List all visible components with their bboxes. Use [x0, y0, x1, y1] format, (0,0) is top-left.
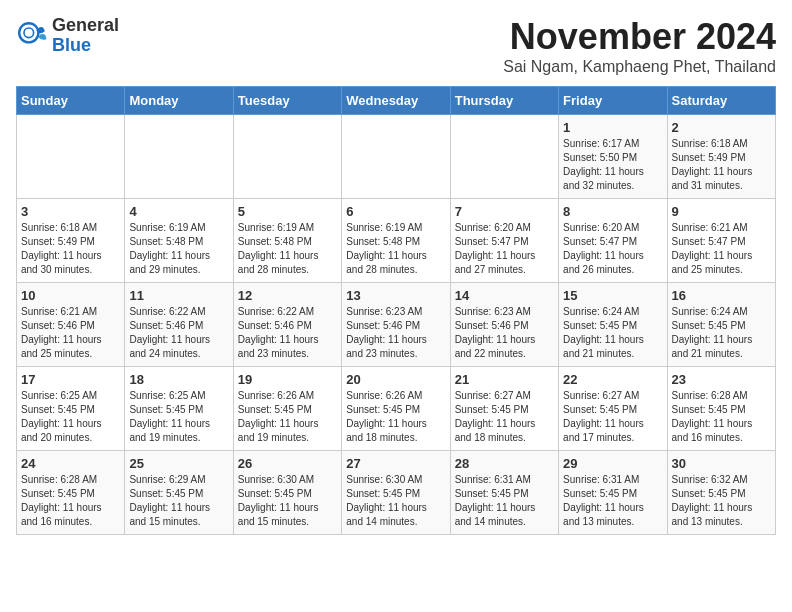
- calendar-cell: 27Sunrise: 6:30 AM Sunset: 5:45 PM Dayli…: [342, 451, 450, 535]
- calendar-cell: 14Sunrise: 6:23 AM Sunset: 5:46 PM Dayli…: [450, 283, 558, 367]
- day-number: 11: [129, 288, 228, 303]
- logo-icon: [16, 20, 48, 52]
- day-number: 4: [129, 204, 228, 219]
- calendar-cell: 2Sunrise: 6:18 AM Sunset: 5:49 PM Daylig…: [667, 115, 775, 199]
- day-info: Sunrise: 6:21 AM Sunset: 5:46 PM Dayligh…: [21, 305, 120, 361]
- calendar-week-2: 3Sunrise: 6:18 AM Sunset: 5:49 PM Daylig…: [17, 199, 776, 283]
- day-info: Sunrise: 6:24 AM Sunset: 5:45 PM Dayligh…: [563, 305, 662, 361]
- calendar-cell: 9Sunrise: 6:21 AM Sunset: 5:47 PM Daylig…: [667, 199, 775, 283]
- logo-text: General Blue: [52, 16, 119, 56]
- day-number: 13: [346, 288, 445, 303]
- page-title: November 2024: [503, 16, 776, 58]
- calendar-cell: [17, 115, 125, 199]
- weekday-header-saturday: Saturday: [667, 87, 775, 115]
- day-info: Sunrise: 6:30 AM Sunset: 5:45 PM Dayligh…: [346, 473, 445, 529]
- calendar-cell: 6Sunrise: 6:19 AM Sunset: 5:48 PM Daylig…: [342, 199, 450, 283]
- day-info: Sunrise: 6:28 AM Sunset: 5:45 PM Dayligh…: [21, 473, 120, 529]
- calendar-cell: 25Sunrise: 6:29 AM Sunset: 5:45 PM Dayli…: [125, 451, 233, 535]
- calendar-cell: 8Sunrise: 6:20 AM Sunset: 5:47 PM Daylig…: [559, 199, 667, 283]
- day-number: 5: [238, 204, 337, 219]
- calendar-cell: 5Sunrise: 6:19 AM Sunset: 5:48 PM Daylig…: [233, 199, 341, 283]
- calendar-cell: [450, 115, 558, 199]
- calendar-cell: 24Sunrise: 6:28 AM Sunset: 5:45 PM Dayli…: [17, 451, 125, 535]
- calendar-cell: 13Sunrise: 6:23 AM Sunset: 5:46 PM Dayli…: [342, 283, 450, 367]
- calendar-cell: [342, 115, 450, 199]
- day-info: Sunrise: 6:19 AM Sunset: 5:48 PM Dayligh…: [346, 221, 445, 277]
- day-info: Sunrise: 6:23 AM Sunset: 5:46 PM Dayligh…: [346, 305, 445, 361]
- logo: General Blue: [16, 16, 119, 56]
- day-info: Sunrise: 6:29 AM Sunset: 5:45 PM Dayligh…: [129, 473, 228, 529]
- calendar-cell: 18Sunrise: 6:25 AM Sunset: 5:45 PM Dayli…: [125, 367, 233, 451]
- calendar-week-1: 1Sunrise: 6:17 AM Sunset: 5:50 PM Daylig…: [17, 115, 776, 199]
- calendar-cell: 22Sunrise: 6:27 AM Sunset: 5:45 PM Dayli…: [559, 367, 667, 451]
- day-number: 20: [346, 372, 445, 387]
- calendar-cell: 10Sunrise: 6:21 AM Sunset: 5:46 PM Dayli…: [17, 283, 125, 367]
- weekday-row: SundayMondayTuesdayWednesdayThursdayFrid…: [17, 87, 776, 115]
- calendar-cell: 19Sunrise: 6:26 AM Sunset: 5:45 PM Dayli…: [233, 367, 341, 451]
- day-number: 3: [21, 204, 120, 219]
- weekday-header-wednesday: Wednesday: [342, 87, 450, 115]
- day-info: Sunrise: 6:21 AM Sunset: 5:47 PM Dayligh…: [672, 221, 771, 277]
- calendar-cell: 30Sunrise: 6:32 AM Sunset: 5:45 PM Dayli…: [667, 451, 775, 535]
- calendar-cell: 3Sunrise: 6:18 AM Sunset: 5:49 PM Daylig…: [17, 199, 125, 283]
- day-info: Sunrise: 6:19 AM Sunset: 5:48 PM Dayligh…: [129, 221, 228, 277]
- day-number: 16: [672, 288, 771, 303]
- day-info: Sunrise: 6:23 AM Sunset: 5:46 PM Dayligh…: [455, 305, 554, 361]
- svg-point-0: [19, 23, 38, 42]
- day-number: 2: [672, 120, 771, 135]
- calendar-cell: 20Sunrise: 6:26 AM Sunset: 5:45 PM Dayli…: [342, 367, 450, 451]
- day-number: 19: [238, 372, 337, 387]
- day-number: 17: [21, 372, 120, 387]
- day-number: 28: [455, 456, 554, 471]
- calendar-header: SundayMondayTuesdayWednesdayThursdayFrid…: [17, 87, 776, 115]
- day-info: Sunrise: 6:18 AM Sunset: 5:49 PM Dayligh…: [672, 137, 771, 193]
- day-number: 27: [346, 456, 445, 471]
- day-number: 18: [129, 372, 228, 387]
- day-info: Sunrise: 6:20 AM Sunset: 5:47 PM Dayligh…: [563, 221, 662, 277]
- day-number: 30: [672, 456, 771, 471]
- day-number: 8: [563, 204, 662, 219]
- day-info: Sunrise: 6:25 AM Sunset: 5:45 PM Dayligh…: [21, 389, 120, 445]
- day-info: Sunrise: 6:27 AM Sunset: 5:45 PM Dayligh…: [455, 389, 554, 445]
- day-number: 1: [563, 120, 662, 135]
- calendar-cell: 21Sunrise: 6:27 AM Sunset: 5:45 PM Dayli…: [450, 367, 558, 451]
- day-info: Sunrise: 6:31 AM Sunset: 5:45 PM Dayligh…: [563, 473, 662, 529]
- page-subtitle: Sai Ngam, Kamphaeng Phet, Thailand: [503, 58, 776, 76]
- day-number: 22: [563, 372, 662, 387]
- calendar-cell: 12Sunrise: 6:22 AM Sunset: 5:46 PM Dayli…: [233, 283, 341, 367]
- day-info: Sunrise: 6:32 AM Sunset: 5:45 PM Dayligh…: [672, 473, 771, 529]
- weekday-header-sunday: Sunday: [17, 87, 125, 115]
- day-info: Sunrise: 6:22 AM Sunset: 5:46 PM Dayligh…: [238, 305, 337, 361]
- calendar-cell: 1Sunrise: 6:17 AM Sunset: 5:50 PM Daylig…: [559, 115, 667, 199]
- page-header: General Blue November 2024 Sai Ngam, Kam…: [16, 16, 776, 76]
- day-number: 10: [21, 288, 120, 303]
- day-info: Sunrise: 6:24 AM Sunset: 5:45 PM Dayligh…: [672, 305, 771, 361]
- day-info: Sunrise: 6:26 AM Sunset: 5:45 PM Dayligh…: [346, 389, 445, 445]
- day-info: Sunrise: 6:28 AM Sunset: 5:45 PM Dayligh…: [672, 389, 771, 445]
- day-number: 15: [563, 288, 662, 303]
- calendar-cell: 4Sunrise: 6:19 AM Sunset: 5:48 PM Daylig…: [125, 199, 233, 283]
- calendar-cell: 26Sunrise: 6:30 AM Sunset: 5:45 PM Dayli…: [233, 451, 341, 535]
- calendar-week-5: 24Sunrise: 6:28 AM Sunset: 5:45 PM Dayli…: [17, 451, 776, 535]
- day-info: Sunrise: 6:27 AM Sunset: 5:45 PM Dayligh…: [563, 389, 662, 445]
- calendar-table: SundayMondayTuesdayWednesdayThursdayFrid…: [16, 86, 776, 535]
- day-number: 9: [672, 204, 771, 219]
- day-number: 6: [346, 204, 445, 219]
- calendar-cell: [233, 115, 341, 199]
- day-number: 12: [238, 288, 337, 303]
- day-info: Sunrise: 6:22 AM Sunset: 5:46 PM Dayligh…: [129, 305, 228, 361]
- calendar-body: 1Sunrise: 6:17 AM Sunset: 5:50 PM Daylig…: [17, 115, 776, 535]
- day-info: Sunrise: 6:18 AM Sunset: 5:49 PM Dayligh…: [21, 221, 120, 277]
- svg-point-1: [24, 28, 34, 38]
- day-number: 21: [455, 372, 554, 387]
- weekday-header-tuesday: Tuesday: [233, 87, 341, 115]
- day-number: 26: [238, 456, 337, 471]
- calendar-cell: 7Sunrise: 6:20 AM Sunset: 5:47 PM Daylig…: [450, 199, 558, 283]
- day-number: 25: [129, 456, 228, 471]
- calendar-cell: 17Sunrise: 6:25 AM Sunset: 5:45 PM Dayli…: [17, 367, 125, 451]
- calendar-cell: [125, 115, 233, 199]
- day-info: Sunrise: 6:31 AM Sunset: 5:45 PM Dayligh…: [455, 473, 554, 529]
- calendar-cell: 28Sunrise: 6:31 AM Sunset: 5:45 PM Dayli…: [450, 451, 558, 535]
- calendar-cell: 23Sunrise: 6:28 AM Sunset: 5:45 PM Dayli…: [667, 367, 775, 451]
- calendar-cell: 29Sunrise: 6:31 AM Sunset: 5:45 PM Dayli…: [559, 451, 667, 535]
